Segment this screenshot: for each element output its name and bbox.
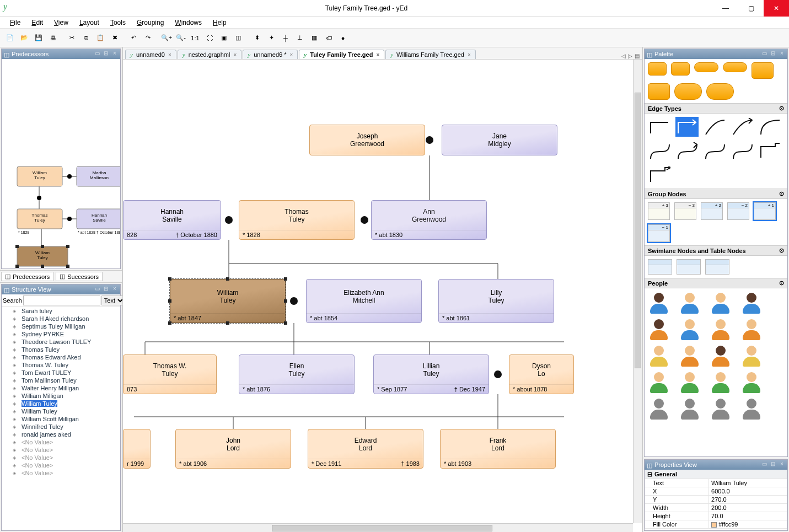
predecessors-preview[interactable]: WilliamTuleyMarthaMallinsonThomasTuley* … xyxy=(2,59,120,268)
something-icon[interactable]: ● xyxy=(336,31,350,45)
search-input[interactable] xyxy=(23,295,100,305)
person-shape[interactable] xyxy=(679,318,701,340)
graph-node[interactable]: Thomas W.Tuley873 xyxy=(123,354,217,394)
group-node-shape[interactable]: + 3 xyxy=(648,202,670,220)
tab-list-icon[interactable]: ▤ xyxy=(635,53,640,59)
zoom-fit-icon[interactable]: ⛶ xyxy=(203,31,216,45)
paste-icon[interactable]: 📋 xyxy=(94,31,107,45)
resize-handle[interactable] xyxy=(226,277,229,281)
list-item[interactable]: William Milligan xyxy=(2,392,120,400)
person-shape[interactable] xyxy=(679,397,701,420)
list-item[interactable]: Thomas W. Tuley xyxy=(2,361,120,369)
list-item[interactable]: William Tuley xyxy=(2,400,120,407)
panel-close-icon[interactable]: × xyxy=(779,461,785,468)
tab-prev-icon[interactable]: ◁ xyxy=(621,53,626,59)
search-mode-select[interactable]: Text xyxy=(101,295,125,305)
zoom-in-icon[interactable]: 🔍+ xyxy=(160,31,173,45)
layout-orthogonal-icon[interactable]: ┼ xyxy=(279,31,292,45)
list-item[interactable]: Tom Ewart TULEY xyxy=(2,369,120,377)
graph-node[interactable]: Elizabeth AnnMitchell* abt 1854 xyxy=(306,279,422,323)
horizontal-scrollbar[interactable] xyxy=(123,523,633,532)
panel-close-icon[interactable]: × xyxy=(111,51,118,57)
list-item[interactable]: Walter Henry Milligan xyxy=(2,384,120,392)
person-shape[interactable] xyxy=(740,371,763,393)
panel-pin-icon[interactable]: ⊟ xyxy=(103,286,109,293)
list-item[interactable]: Thomas Edward Aked xyxy=(2,353,120,361)
list-item[interactable]: Sarah H Aked richardson xyxy=(2,315,120,323)
person-shape[interactable] xyxy=(648,345,670,367)
collapse-icon[interactable]: ⊙ xyxy=(779,105,784,112)
document-tab[interactable]: yunnamed0× xyxy=(125,50,176,59)
swimlane-2[interactable] xyxy=(677,259,701,275)
graph-node[interactable]: JohnLord* abt 1906 xyxy=(175,429,291,469)
resize-handle[interactable] xyxy=(168,321,171,325)
graph-node[interactable]: JaneMidgley xyxy=(442,125,557,155)
edge-type[interactable] xyxy=(648,117,671,137)
group-node-shape[interactable]: − 2 xyxy=(727,202,749,220)
shape-rect-small-2[interactable] xyxy=(671,62,690,76)
graph-canvas[interactable]: JosephGreenwoodJaneMidgleyHannahSaville8… xyxy=(123,60,642,532)
list-item[interactable]: <No Value> xyxy=(2,461,120,469)
properties-table[interactable]: ⊟ GeneralTextWilliam TuleyX6000.0Y270.0W… xyxy=(645,470,787,529)
list-item[interactable]: Sarah tuley xyxy=(2,307,120,315)
close-tab-icon[interactable]: × xyxy=(168,52,171,58)
person-shape[interactable] xyxy=(679,292,701,314)
list-item[interactable]: Tom Mallinson Tuley xyxy=(2,377,120,384)
edge-type[interactable] xyxy=(758,117,781,137)
undo-icon[interactable]: ↶ xyxy=(127,31,140,45)
minimize-button[interactable]: — xyxy=(713,0,738,17)
resize-handle[interactable] xyxy=(168,299,171,303)
graph-node[interactable]: AnnGreenwood* abt 1830 xyxy=(371,200,487,240)
person-shape[interactable] xyxy=(710,292,732,314)
menu-grouping[interactable]: Grouping xyxy=(132,18,168,28)
person-shape[interactable] xyxy=(710,397,732,420)
menu-edit[interactable]: Edit xyxy=(27,18,47,28)
person-shape[interactable] xyxy=(710,371,732,393)
delete-icon[interactable]: ✖ xyxy=(108,31,121,45)
list-item[interactable]: William Scott Milligan xyxy=(2,415,120,423)
shape-pill-2[interactable] xyxy=(706,83,734,100)
close-tab-icon[interactable]: × xyxy=(376,52,379,58)
list-item[interactable]: <No Value> xyxy=(2,446,120,454)
shape-rect-2[interactable] xyxy=(648,83,670,100)
edge-type[interactable] xyxy=(731,141,754,161)
panel-float-icon[interactable]: ▭ xyxy=(94,51,100,57)
panel-close-icon[interactable]: × xyxy=(111,286,118,293)
swimlane-1[interactable] xyxy=(648,259,672,275)
person-shape[interactable] xyxy=(648,318,670,340)
graph-node[interactable]: EdwardLord* Dec 1911† 1983 xyxy=(308,429,423,469)
panel-float-icon[interactable]: ▭ xyxy=(94,286,100,293)
list-item[interactable]: Winnifred Tuley xyxy=(2,423,120,431)
group-node-shape[interactable]: + 1 xyxy=(754,202,776,220)
close-tab-icon[interactable]: × xyxy=(290,52,293,58)
resize-handle[interactable] xyxy=(226,321,229,325)
list-item[interactable]: Septimus Tuley Milligan xyxy=(2,323,120,330)
group-node-shape[interactable]: + 2 xyxy=(701,202,723,220)
collapse-icon[interactable]: ⊙ xyxy=(779,280,784,287)
resize-handle[interactable] xyxy=(168,277,171,281)
list-item[interactable]: <No Value> xyxy=(2,469,120,477)
print-icon[interactable]: 🖶 xyxy=(46,31,60,45)
open-file-icon[interactable]: 📂 xyxy=(18,31,31,45)
tab-successors[interactable]: ◫Successors xyxy=(56,272,103,281)
collapse-icon[interactable]: ⊙ xyxy=(779,190,784,197)
resize-handle[interactable] xyxy=(284,321,287,325)
group-node-shape[interactable]: − 3 xyxy=(674,202,696,220)
structure-list[interactable]: Sarah tuleySarah H Aked richardsonSeptim… xyxy=(2,307,120,495)
person-shape[interactable] xyxy=(648,292,670,314)
group-node-shape[interactable]: − 1 xyxy=(648,224,670,242)
tab-next-icon[interactable]: ▷ xyxy=(628,53,632,59)
maximize-button[interactable]: ▢ xyxy=(738,0,764,17)
shape-pill-small[interactable] xyxy=(694,62,718,72)
edge-type[interactable] xyxy=(703,117,726,137)
labels-icon[interactable]: 🏷 xyxy=(322,31,335,45)
person-shape[interactable] xyxy=(648,371,670,393)
layout-organic-icon[interactable]: ✦ xyxy=(265,31,278,45)
document-tab[interactable]: yWilliams Family Tree.ged× xyxy=(385,50,476,59)
grid-icon[interactable]: ▦ xyxy=(308,31,321,45)
edge-type[interactable] xyxy=(675,141,699,161)
redo-icon[interactable]: ↷ xyxy=(141,31,154,45)
menu-layout[interactable]: Layout xyxy=(75,18,104,28)
close-tab-icon[interactable]: × xyxy=(468,52,471,58)
panel-pin-icon[interactable]: ⊟ xyxy=(770,461,776,468)
